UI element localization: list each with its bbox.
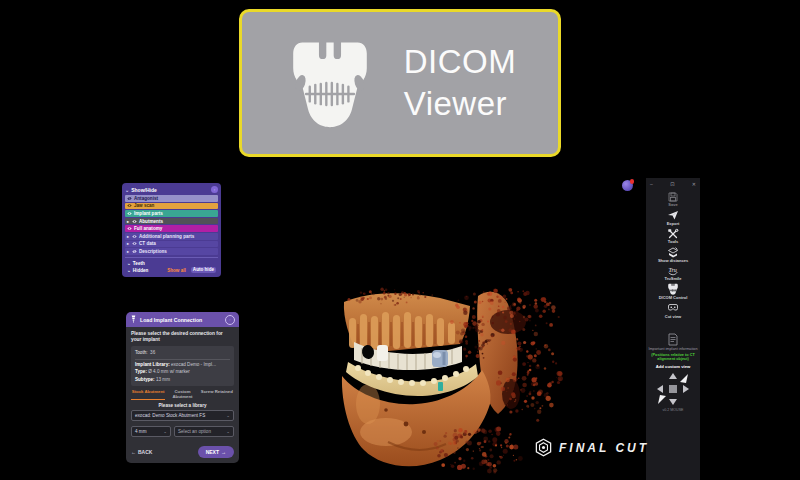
- rotate-ne-arrow: [680, 374, 688, 383]
- add-custom-view-button[interactable]: Add custom view: [656, 364, 690, 369]
- connection-tabs: Stock Abutment Custom Abutment Screw Ret…: [131, 389, 234, 400]
- implant-info-section: Important implant information (Positions…: [646, 333, 700, 412]
- watermark-text: FINAL CUT: [559, 441, 649, 455]
- expand-icon[interactable]: ▸: [127, 249, 130, 254]
- save-button[interactable]: Save: [646, 191, 700, 208]
- layer-row-additional-planning-parts[interactable]: ▸ Additional planning parts: [125, 233, 218, 240]
- layer-row-jaw-scan[interactable]: Jaw scan: [125, 203, 218, 210]
- ct-alignment-note: (Positions relative to CT alignment obje…: [646, 353, 700, 362]
- collapse-icon: ⌄: [125, 187, 129, 193]
- layer-row-descriptions[interactable]: ▸ Descriptions: [125, 248, 218, 255]
- tooth-label: Tooth:: [135, 350, 148, 355]
- dicom-control-icon: [667, 283, 679, 295]
- watermark-final-cut: FINAL CUT: [534, 438, 649, 457]
- show-distances-button[interactable]: Show distances: [646, 246, 700, 263]
- tools-button[interactable]: Tools: [646, 228, 700, 245]
- eye-icon: [132, 234, 137, 239]
- app-root: DICOM Viewer ⌄ Show/Hide ◦ Antagonist Ja…: [0, 0, 800, 480]
- mouse-hint-label: v0.2 MOUSE: [663, 408, 684, 412]
- expand-icon[interactable]: ▸: [127, 219, 130, 224]
- chevron-down-icon: ⌄: [226, 413, 230, 418]
- layer-row-abutments[interactable]: ▸ Abutments: [125, 218, 218, 225]
- load-implant-connection-dialog: Load Implant Connection ◦ Please select …: [126, 312, 239, 463]
- layer-row-full-anatomy[interactable]: Full anatomy: [125, 225, 218, 232]
- expand-icon[interactable]: ▸: [127, 241, 130, 246]
- back-button[interactable]: ← BACK: [131, 449, 152, 455]
- dicom-control-button[interactable]: DICOM Control: [646, 283, 700, 300]
- chevron-down-icon: ⌄: [163, 429, 167, 434]
- window-restore-icon[interactable]: ⊡: [670, 181, 674, 187]
- rotate-up-arrow: [669, 373, 677, 379]
- app-title-line2: Viewer: [404, 83, 517, 125]
- eye-icon: [127, 211, 132, 216]
- panel-pin-icon[interactable]: ◦: [211, 186, 218, 193]
- show-all-button[interactable]: Show all: [167, 268, 186, 273]
- rotate-left-arrow: [657, 385, 663, 393]
- bright-tooth: [377, 345, 388, 361]
- eye-icon: [132, 219, 137, 224]
- tab-screw-retained[interactable]: Screw Retained: [200, 389, 234, 400]
- rotate-down-arrow: [669, 399, 677, 405]
- library-value: exocad Demo - Impl...: [171, 362, 216, 367]
- dialog-header[interactable]: Load Implant Connection ◦: [126, 312, 239, 327]
- tooth-value: 36: [150, 350, 155, 355]
- eye-icon: [132, 241, 137, 246]
- type-value: Ø 4.0 mm w/ marker: [148, 369, 190, 374]
- app-title-line1: DICOM: [404, 41, 517, 83]
- rotate-right-arrow: [683, 385, 689, 393]
- expand-icon[interactable]: ▸: [127, 234, 130, 239]
- window-close-icon[interactable]: ✕: [692, 181, 696, 187]
- tab-custom-abutment[interactable]: Custom Abutment: [165, 389, 199, 400]
- tools-icon: [667, 228, 679, 240]
- final-cut-logo-icon: [534, 438, 553, 457]
- trusmile-icon: Tru: [667, 265, 679, 277]
- option-dropdown[interactable]: Select an option ⌄: [174, 426, 234, 437]
- cut-view-icon: [667, 302, 679, 314]
- show-hide-header[interactable]: ⌄ Show/Hide ◦: [125, 185, 218, 194]
- subtype-label: Subtype:: [135, 377, 155, 382]
- implant-info-icon[interactable]: [667, 333, 679, 346]
- dialog-help-icon[interactable]: ◦: [225, 315, 235, 325]
- implant-info-label: Important implant information: [648, 347, 697, 352]
- chevron-down-icon: ⌄: [226, 429, 230, 434]
- window-minimize-icon[interactable]: –: [650, 181, 653, 187]
- teeth-section[interactable]: ⌄ Teeth: [125, 260, 218, 267]
- export-button[interactable]: Export: [646, 209, 700, 226]
- eye-icon: [127, 226, 132, 231]
- subtype-value: 13 mm: [156, 377, 170, 382]
- size-dropdown[interactable]: 4 mm ⌄: [131, 426, 171, 437]
- jaw-icon: [284, 35, 376, 131]
- implant-crown[interactable]: [432, 350, 448, 367]
- dicom-viewer-card[interactable]: DICOM Viewer: [239, 9, 561, 157]
- implant-screw-icon: [130, 315, 137, 324]
- dialog-title: Load Implant Connection: [140, 317, 202, 323]
- select-library-label: Please select a library: [131, 403, 234, 408]
- export-icon: [667, 209, 679, 221]
- layer-row-implant-parts[interactable]: Implant parts: [125, 210, 218, 217]
- show-hide-title: Show/Hide: [131, 187, 157, 193]
- collapse-icon: ⌄: [127, 268, 131, 273]
- library-dropdown[interactable]: exocad: Demo Stock Abutment FS ⌄: [131, 410, 234, 421]
- layer-row-ct-data[interactable]: ▸ CT data: [125, 241, 218, 248]
- auto-hide-button[interactable]: Auto hide: [191, 267, 216, 273]
- layer-row-antagonist[interactable]: Antagonist: [125, 195, 218, 202]
- notification-icon[interactable]: [622, 180, 633, 191]
- app-title: DICOM Viewer: [404, 41, 517, 125]
- dialog-body: Please select the desired connection for…: [126, 327, 239, 463]
- view-navigation-control[interactable]: [655, 371, 691, 407]
- implant-marker: [438, 382, 443, 391]
- eye-icon: [127, 203, 132, 208]
- tab-stock-abutment[interactable]: Stock Abutment: [131, 389, 165, 400]
- type-label: Type:: [135, 369, 147, 374]
- eye-off-icon: [127, 196, 132, 201]
- trusmile-button[interactable]: Tru TruSmile: [646, 265, 700, 282]
- eye-off-icon: [132, 249, 137, 254]
- show-hide-panel: ⌄ Show/Hide ◦ Antagonist Jaw scan Implan…: [122, 183, 221, 277]
- show-distances-icon: [667, 246, 679, 258]
- rotate-sw-arrow: [658, 395, 666, 404]
- cut-view-button[interactable]: Cut view: [646, 302, 700, 319]
- implant-info-box: Tooth: 36 Implant Library: exocad Demo -…: [131, 346, 234, 385]
- dialog-instruction: Please select the desired connection for…: [131, 331, 234, 343]
- next-button[interactable]: NEXT →: [198, 446, 234, 458]
- right-toolbar: – ⊡ ✕ Save Export: [646, 178, 700, 480]
